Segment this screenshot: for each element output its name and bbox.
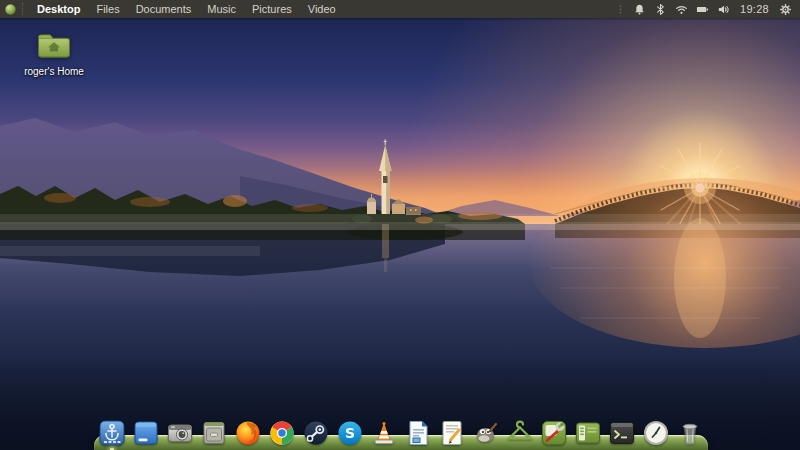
menu-files[interactable]: Files — [88, 0, 127, 18]
panel-clock[interactable]: 19:28 — [734, 3, 775, 15]
dock-plank-dock[interactable] — [98, 419, 126, 447]
dock: S — [94, 402, 708, 450]
dock-gimp[interactable] — [472, 419, 500, 447]
session-slot — [775, 2, 796, 17]
indicator-battery[interactable] — [692, 2, 713, 17]
dock-trash[interactable] — [676, 419, 704, 447]
menu-video[interactable]: Video — [300, 0, 344, 18]
indicator-volume[interactable] — [713, 2, 734, 17]
top-panel: DesktopFilesDocumentsMusicPicturesVideo … — [0, 0, 800, 18]
dock-firefox[interactable] — [234, 419, 262, 447]
dock-vlc[interactable] — [370, 419, 398, 447]
menu-music[interactable]: Music — [199, 0, 244, 18]
dock-camera-app[interactable] — [166, 419, 194, 447]
dock-software-center[interactable] — [574, 419, 602, 447]
menu-pictures[interactable]: Pictures — [244, 0, 300, 18]
indicator-notifications-bell[interactable] — [629, 2, 650, 17]
dock-terminal[interactable] — [608, 419, 636, 447]
wallpaper — [0, 18, 800, 450]
dock-skype[interactable]: S — [336, 419, 364, 447]
dock-text-editor[interactable] — [438, 419, 466, 447]
dock-control-center[interactable] — [540, 419, 568, 447]
dock-steam[interactable] — [302, 419, 330, 447]
panel-separator — [22, 3, 23, 15]
home-folder-icon — [35, 30, 73, 65]
desktop-icon-label: roger's Home — [24, 66, 84, 77]
distro-logo-icon[interactable] — [4, 3, 17, 16]
indicator-bluetooth[interactable] — [650, 2, 671, 17]
indicators-slot — [612, 2, 734, 17]
svg-text:S: S — [345, 425, 355, 441]
indicator-network-wifi[interactable] — [671, 2, 692, 17]
dock-desktop-settings[interactable] — [132, 419, 160, 447]
menubar: DesktopFilesDocumentsMusicPicturesVideo — [29, 0, 344, 18]
dock-file-manager[interactable] — [200, 419, 228, 447]
dock-clock-app[interactable] — [642, 419, 670, 447]
dock-chrome[interactable] — [268, 419, 296, 447]
indicator-session-menu[interactable] — [775, 2, 796, 17]
dock-appearance[interactable] — [506, 419, 534, 447]
dock-items: S — [98, 419, 704, 447]
indicator-area: 19:28 — [612, 2, 800, 17]
desktop-icon-home[interactable]: roger's Home — [16, 30, 92, 77]
menu-documents[interactable]: Documents — [128, 0, 200, 18]
indicator-messages-dots[interactable] — [612, 2, 629, 17]
menu-desktop[interactable]: Desktop — [29, 0, 88, 18]
dock-libreoffice-writer[interactable] — [404, 419, 432, 447]
